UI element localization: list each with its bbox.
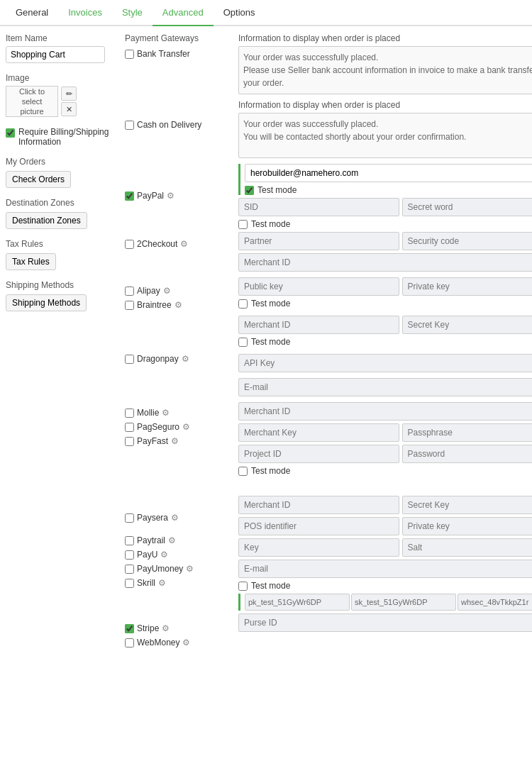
gateway-2checkout-checkbox[interactable] (125, 240, 134, 249)
gateway-cod-checkbox[interactable] (125, 121, 134, 130)
payu-pos-id-input[interactable] (238, 517, 399, 535)
2checkout-sid-input[interactable] (238, 198, 399, 216)
image-placeholder[interactable]: Click to select picture (6, 86, 58, 117)
gateway-stripe-label: Stripe (137, 623, 159, 633)
gateway-fields-column: Information to display when order is pla… (233, 33, 532, 652)
gateway-alipay-checkbox[interactable] (125, 287, 134, 296)
payfast-gear-icon[interactable]: ⚙ (171, 436, 179, 446)
gateway-mollie-checkbox[interactable] (125, 409, 134, 418)
2checkout-secret-word-input[interactable] (402, 198, 533, 216)
shipping-methods-section: Shipping Methods Shipping Methods (6, 280, 119, 311)
alipay-security-code-input[interactable] (402, 232, 533, 250)
paypal-gear-icon[interactable]: ⚙ (167, 191, 174, 201)
alipay-merchant-id-input[interactable] (238, 253, 532, 272)
skrill-testmode-checkbox[interactable] (238, 582, 248, 591)
braintree-testmode-label: Test mode (251, 299, 290, 309)
stripe-gear-icon[interactable]: ⚙ (162, 623, 170, 633)
gateway-skrill-label: Skrill (137, 578, 155, 588)
paypal-testmode-label: Test mode (257, 185, 297, 195)
paytrail-merchant-id-input[interactable] (238, 496, 399, 514)
skrill-email-input[interactable] (238, 560, 532, 578)
tab-options[interactable]: Options (214, 0, 265, 26)
gateway-cod-label: Cash on Delivery (137, 120, 201, 130)
alipay-gear-icon[interactable]: ⚙ (163, 286, 171, 296)
paypal-testmode-checkbox[interactable] (245, 186, 254, 195)
billing-section: Require Billing/Shipping Information (6, 127, 119, 147)
skrill-testmode-label: Test mode (251, 581, 290, 591)
image-edit-button[interactable]: ✏ (61, 87, 77, 101)
pagseguro-email-input[interactable] (238, 378, 532, 396)
gateway-dragonpay-checkbox[interactable] (125, 355, 134, 364)
skrill-fields: Test mode (238, 560, 532, 591)
bank-transfer-info: Information to display when order is pla… (238, 33, 532, 94)
item-name-input[interactable] (6, 46, 105, 63)
braintree-testmode-checkbox[interactable] (238, 299, 248, 309)
dragonpay-testmode-checkbox[interactable] (238, 338, 248, 347)
gateway-alipay-label: Alipay (137, 286, 160, 296)
skrill-gear-icon[interactable]: ⚙ (158, 578, 166, 588)
gateway-pagseguro-checkbox[interactable] (125, 423, 134, 432)
2checkout-gear-icon[interactable]: ⚙ (180, 239, 188, 249)
paytrail-field-row (238, 496, 532, 514)
braintree-private-key-input[interactable] (402, 277, 533, 296)
payfast-password-input[interactable] (402, 445, 533, 463)
tab-invoices[interactable]: Invoices (58, 0, 112, 26)
mollie-api-key-input[interactable] (238, 354, 532, 372)
gateway-paysera-checkbox[interactable] (125, 513, 134, 523)
gateway-paypal-checkbox[interactable] (125, 191, 134, 201)
stripe-sk-input[interactable] (351, 594, 456, 611)
tab-general[interactable]: General (6, 0, 58, 26)
destination-zones-button[interactable]: Destination Zones (6, 212, 87, 229)
payumoney-gear-icon[interactable]: ⚙ (186, 564, 194, 574)
gateway-webmoney-checkbox[interactable] (125, 638, 134, 648)
payumoney-key-input[interactable] (238, 538, 399, 557)
dragonpay-merchant-id-input[interactable] (238, 316, 399, 334)
gateway-payumoney-checkbox[interactable] (125, 565, 134, 574)
payu-private-key-input[interactable] (402, 517, 533, 535)
gateway-bank-transfer-checkbox[interactable] (125, 50, 134, 59)
paysera-gear-icon[interactable]: ⚙ (171, 513, 179, 523)
check-orders-button[interactable]: Check Orders (6, 171, 71, 188)
image-delete-button[interactable]: ✕ (61, 102, 77, 116)
gateway-payumoney: PayUmoney ⚙ (125, 564, 233, 574)
destination-zones-label: Destination Zones (6, 198, 119, 208)
payumoney-salt-input[interactable] (402, 538, 533, 557)
cod-info-text: Your order was successfully placed.You w… (238, 113, 532, 158)
dragonpay-secret-key-input[interactable] (402, 316, 533, 334)
stripe-pk-input[interactable] (245, 594, 350, 611)
billing-checkbox-label[interactable]: Require Billing/Shipping Information (6, 127, 119, 147)
braintree-field-row (238, 277, 532, 296)
tab-advanced[interactable]: Advanced (153, 0, 214, 26)
gateway-braintree-checkbox[interactable] (125, 301, 134, 310)
payfast-testmode-checkbox[interactable] (238, 467, 248, 476)
webmoney-purse-id-input[interactable] (238, 613, 532, 632)
billing-checkbox[interactable] (6, 128, 15, 138)
gateway-payfast-checkbox[interactable] (125, 437, 134, 446)
dragonpay-gear-icon[interactable]: ⚙ (182, 354, 189, 364)
gateway-stripe-checkbox[interactable] (125, 624, 134, 633)
alipay-partner-input[interactable] (238, 232, 399, 250)
payu-gear-icon[interactable]: ⚙ (160, 550, 168, 560)
payfast-project-id-input[interactable] (238, 445, 399, 463)
webmoney-gear-icon[interactable]: ⚙ (182, 638, 190, 648)
payfast-passphrase-input[interactable] (402, 423, 533, 442)
gateway-paytrail-checkbox[interactable] (125, 536, 134, 545)
stripe-whsec-input[interactable] (458, 594, 532, 611)
paytrail-secret-key-input[interactable] (402, 496, 533, 514)
payfast-merchant-id-input[interactable] (238, 402, 532, 421)
tab-style[interactable]: Style (112, 0, 153, 26)
braintree-public-key-input[interactable] (238, 277, 399, 296)
2checkout-testmode-checkbox[interactable] (238, 220, 248, 229)
gateway-payfast-label: PayFast (137, 436, 168, 446)
braintree-gear-icon[interactable]: ⚙ (174, 300, 182, 310)
braintree-fields: Test mode (238, 277, 532, 309)
pagseguro-gear-icon[interactable]: ⚙ (182, 422, 190, 432)
paytrail-gear-icon[interactable]: ⚙ (168, 535, 176, 545)
gateway-payu-checkbox[interactable] (125, 550, 134, 560)
tax-rules-button[interactable]: Tax Rules (6, 253, 56, 270)
shipping-methods-button[interactable]: Shipping Methods (6, 294, 87, 311)
mollie-gear-icon[interactable]: ⚙ (162, 408, 170, 418)
paypal-email-input[interactable] (245, 164, 532, 182)
payfast-merchant-key-input[interactable] (238, 423, 399, 442)
gateway-skrill-checkbox[interactable] (125, 579, 134, 588)
